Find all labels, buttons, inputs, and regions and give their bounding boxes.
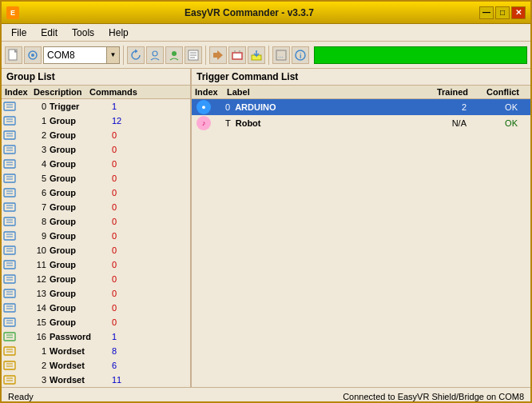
row-commands: 1: [105, 332, 153, 341]
group-list-scroll[interactable]: 0 Trigger 1 1 Group 12 2 Group 0: [2, 99, 190, 387]
group-list-row[interactable]: 3 Group 0: [2, 142, 190, 157]
row-commands: 0: [105, 188, 153, 198]
com-port-arrow[interactable]: ▼: [107, 46, 120, 64]
row-description: Group: [50, 174, 105, 183]
toolbar-icon-train[interactable]: [146, 46, 164, 64]
trigger-conflict: OK: [473, 102, 529, 112]
group-list-row[interactable]: 2 Group 0: [2, 128, 190, 142]
trigger-list-row[interactable]: ♪ T Robot N/A OK: [192, 115, 530, 131]
svg-rect-46: [4, 232, 15, 240]
col-description: Description: [34, 87, 89, 97]
row-index: 16: [21, 332, 50, 341]
trigger-command-panel: Trigger Command List Index Label Trained…: [192, 69, 530, 387]
group-list-row[interactable]: 7 Group 0: [2, 200, 190, 214]
svg-rect-64: [4, 318, 15, 326]
group-list-row[interactable]: 15 Group 0: [2, 315, 190, 329]
group-list-row[interactable]: 5 Group 0: [2, 171, 190, 186]
svg-text:i: i: [300, 52, 302, 60]
toolbar-icon-play[interactable]: [165, 46, 183, 64]
toolbar-icon-2[interactable]: [24, 46, 42, 64]
group-list-row[interactable]: 9 Group 0: [2, 229, 190, 243]
menu-edit[interactable]: Edit: [34, 26, 64, 40]
toolbar-icon-1[interactable]: [5, 46, 22, 64]
svg-rect-73: [4, 361, 15, 369]
row-description: Group: [50, 130, 105, 140]
toolbar-icon-refresh[interactable]: [127, 46, 145, 64]
trigger-icon: ♪: [197, 116, 211, 130]
toolbar-icon-export[interactable]: [248, 46, 265, 64]
group-list-row[interactable]: 2 Wordset 6: [2, 358, 190, 373]
svg-point-4: [172, 51, 177, 56]
group-list-row[interactable]: 1 Wordset 8: [2, 344, 190, 358]
row-description: Group: [50, 145, 105, 154]
row-commands: 0: [105, 274, 153, 284]
row-description: Wordset: [50, 375, 105, 385]
row-index: 5: [21, 174, 50, 183]
row-index: 13: [21, 289, 50, 298]
row-commands: 0: [105, 303, 153, 313]
svg-rect-40: [4, 203, 15, 211]
col-t-trained: Trained: [415, 87, 471, 97]
row-commands: 0: [105, 202, 153, 212]
trigger-list-row[interactable]: ● 0 ARDUINO 2 OK: [192, 99, 530, 115]
group-list-row[interactable]: 3 Wordset 11: [2, 373, 190, 387]
toolbar-icon-import[interactable]: ...: [272, 46, 290, 64]
group-list-row[interactable]: 13 Group 0: [2, 286, 190, 301]
row-description: Group: [50, 317, 105, 327]
svg-rect-25: [4, 131, 15, 139]
toolbar-separator-2: [205, 46, 206, 65]
row-description: Group: [50, 116, 105, 126]
group-list-row[interactable]: 6 Group 0: [2, 186, 190, 200]
menu-help[interactable]: Help: [102, 26, 135, 40]
group-list-row[interactable]: 11 Group 0: [2, 257, 190, 272]
row-description: Password: [50, 332, 105, 341]
svg-rect-43: [4, 217, 15, 225]
trigger-label-cell: T Robot: [225, 118, 417, 128]
row-icon: [3, 345, 16, 357]
close-button[interactable]: ✕: [511, 6, 526, 19]
row-icon: [3, 330, 16, 343]
row-icon: [3, 129, 16, 142]
trigger-label-cell: 0 ARDUINO: [225, 102, 417, 112]
group-list-row[interactable]: 12 Group 0: [2, 272, 190, 286]
trigger-icon: ●: [197, 100, 211, 114]
row-icon: [3, 186, 16, 199]
row-commands: 1: [105, 102, 153, 111]
menu-file[interactable]: File: [5, 26, 33, 40]
toolbar-separator-3: [268, 46, 269, 65]
toolbar-separator-1: [123, 46, 124, 65]
group-list-row[interactable]: 0 Trigger 1: [2, 99, 190, 114]
row-icon: [3, 114, 16, 127]
maximize-button[interactable]: □: [495, 6, 510, 19]
toolbar-icon-erase[interactable]: [228, 46, 246, 64]
row-commands: 6: [105, 361, 153, 370]
toolbar-icon-doc[interactable]: [185, 46, 202, 64]
svg-rect-76: [4, 376, 15, 384]
row-icon: [3, 143, 16, 156]
row-index: 3: [21, 375, 50, 385]
row-commands: 0: [105, 289, 153, 298]
row-description: Wordset: [50, 361, 105, 370]
group-list-row[interactable]: 4 Group 0: [2, 157, 190, 171]
group-list-row[interactable]: 1 Group 12: [2, 114, 190, 128]
group-list-row[interactable]: 10 Group 0: [2, 243, 190, 257]
minimize-button[interactable]: —: [479, 6, 494, 19]
row-description: Group: [50, 188, 105, 198]
row-index: 1: [21, 346, 50, 356]
app-icon: E: [6, 6, 19, 19]
row-commands: 8: [105, 346, 153, 356]
title-bar: E EasyVR Commander - v3.3.7 — □ ✕: [2, 2, 530, 24]
svg-rect-58: [4, 289, 15, 297]
group-list-row[interactable]: 16 Password 1: [2, 329, 190, 344]
row-description: Group: [50, 245, 105, 255]
toolbar-icon-info[interactable]: i: [292, 46, 309, 64]
group-list-row[interactable]: 8 Group 0: [2, 214, 190, 229]
row-icon: [3, 158, 16, 170]
row-commands: 0: [105, 174, 153, 183]
com-port-selector[interactable]: COM8: [43, 46, 107, 64]
menu-tools[interactable]: Tools: [66, 26, 101, 40]
toolbar-icon-settings[interactable]: [209, 46, 227, 64]
row-description: Group: [50, 202, 105, 212]
group-list-row[interactable]: 14 Group 0: [2, 301, 190, 315]
row-icon: [3, 172, 16, 185]
